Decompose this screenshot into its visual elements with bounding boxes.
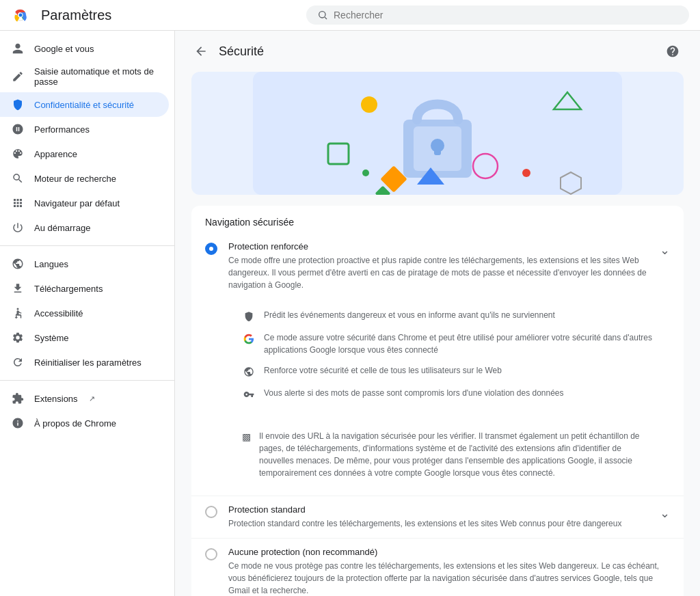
gear-icon xyxy=(11,331,25,344)
sidebar: Google et vous Saisie automatique et mot… xyxy=(0,31,175,596)
sidebar-item-label: Moteur de recherche xyxy=(34,174,116,184)
chrome-logo-icon xyxy=(11,5,30,25)
back-button[interactable] xyxy=(191,42,211,61)
option-content-aucune-protection: Aucune protection (non recommandé) Ce mo… xyxy=(228,547,670,596)
help-button[interactable] xyxy=(662,40,684,62)
feature-text-3: Vous alerte si des mots de passe sont co… xyxy=(264,387,564,399)
page-title: Sécurité xyxy=(219,44,654,59)
speed-icon xyxy=(11,122,25,136)
feature-item-0: Prédit les événements dangereux et vous … xyxy=(242,305,656,327)
option-desc-aucune-protection: Ce mode ne vous protège pas contre les t… xyxy=(228,560,670,596)
info-icon xyxy=(11,416,25,430)
main-layout: Google et vous Saisie automatique et mot… xyxy=(0,31,700,596)
top-bar: Paramètres xyxy=(0,0,700,31)
sidebar-item-moteur[interactable]: Moteur de recherche xyxy=(0,166,169,191)
svg-point-2 xyxy=(19,14,23,17)
sidebar-item-google-et-vous[interactable]: Google et vous xyxy=(0,36,169,61)
radio-protection-renforcee[interactable] xyxy=(205,243,217,255)
sidebar-item-label: Saisie automatique et mots de passe xyxy=(34,66,158,87)
svg-rect-10 xyxy=(434,146,441,155)
browser-icon xyxy=(11,196,25,210)
svg-point-19 xyxy=(522,169,530,177)
sidebar-item-label: Réinitialiser les paramètres xyxy=(34,357,142,368)
person-icon xyxy=(11,42,25,55)
sidebar-item-label: Au démarrage xyxy=(34,223,90,233)
sidebar-item-telechargements[interactable]: Téléchargements xyxy=(0,276,169,301)
option-title-aucune-protection: Aucune protection (non recommandé) xyxy=(228,547,670,557)
sidebar-item-label: Extensions xyxy=(34,394,78,404)
feature-text-0: Prédit les événements dangereux et vous … xyxy=(264,309,555,321)
search-input[interactable] xyxy=(334,10,678,21)
feature-text-2: Renforce votre sécurité et celle de tous… xyxy=(264,364,502,377)
search-bar xyxy=(306,5,689,25)
privacy-note-inline: ▩ Il envoie des URL à la navigation sécu… xyxy=(205,424,670,487)
sidebar-item-label: Performances xyxy=(34,124,90,135)
sidebar-item-confidentialite[interactable]: Confidentialité et sécurité xyxy=(0,92,169,117)
sidebar-item-apparence[interactable]: Apparence xyxy=(0,141,169,166)
sidebar-item-a-propos[interactable]: À propos de Chrome xyxy=(0,411,169,435)
svg-point-3 xyxy=(319,12,325,18)
sidebar-item-label: À propos de Chrome xyxy=(34,418,116,429)
sidebar-item-label: Téléchargements xyxy=(34,284,103,294)
sidebar-item-label: Langues xyxy=(34,259,68,269)
globe-small-icon xyxy=(242,365,256,379)
sidebar-item-performances[interactable]: Performances xyxy=(0,117,169,141)
sidebar-divider-1 xyxy=(0,245,174,246)
shield-icon xyxy=(11,98,25,111)
svg-point-5 xyxy=(17,308,19,310)
option-content-protection-standard: Protection standard Protection standard … xyxy=(228,504,649,530)
sidebar-item-label: Google et vous xyxy=(34,44,94,54)
sidebar-item-demarrage[interactable]: Au démarrage xyxy=(0,215,169,240)
chevron-down-icon[interactable]: ⌄ xyxy=(660,506,670,521)
feature-item-2: Renforce votre sécurité et celle de tous… xyxy=(242,360,656,383)
sidebar-item-langues[interactable]: Langues xyxy=(0,252,169,276)
app-title: Paramètres xyxy=(41,8,111,23)
sidebar-item-reinitialiser[interactable]: Réinitialiser les paramètres xyxy=(0,350,169,375)
sidebar-item-label: Navigateur par défaut xyxy=(34,198,120,208)
search-icon xyxy=(317,10,328,21)
option-title-protection-renforcee: Protection renforcée xyxy=(228,241,649,252)
sidebar-item-systeme[interactable]: Système xyxy=(0,325,169,350)
svg-point-14 xyxy=(362,170,369,176)
sidebar-divider-2 xyxy=(0,380,174,381)
svg-point-11 xyxy=(361,96,377,113)
external-link-icon: ↗ xyxy=(89,394,95,403)
feature-list: Prédit les événements dangereux et vous … xyxy=(205,302,670,414)
feature-item-1: Ce mode assure votre sécurité dans Chrom… xyxy=(242,327,656,360)
shield-small-icon xyxy=(242,310,256,323)
power-icon xyxy=(11,221,25,234)
option-row-protection-renforcee[interactable]: Protection renforcée Ce mode offre une p… xyxy=(191,233,684,496)
svg-line-4 xyxy=(325,17,327,19)
hero-area xyxy=(191,72,684,195)
palette-icon xyxy=(11,147,25,161)
sidebar-item-label: Confidentialité et sécurité xyxy=(34,100,134,110)
puzzle-icon xyxy=(11,392,25,405)
accessibility-icon xyxy=(11,306,25,320)
safe-browsing-section: Navigation sécurisée Protection renforcé… xyxy=(191,206,684,596)
feature-item-3: Vous alerte si des mots de passe sont co… xyxy=(242,383,656,405)
option-title-protection-standard: Protection standard xyxy=(228,504,649,515)
sidebar-item-accessibilite[interactable]: Accessibilité xyxy=(0,301,169,325)
google-g-icon xyxy=(242,332,256,346)
sidebar-item-extensions[interactable]: Extensions ↗ xyxy=(0,386,169,411)
refresh-icon xyxy=(11,355,25,369)
option-row-protection-standard[interactable]: Protection standard Protection standard … xyxy=(191,496,684,539)
edit-icon xyxy=(11,70,25,83)
option-desc-protection-renforcee: Ce mode offre une protection proactive e… xyxy=(228,254,649,291)
radio-protection-standard[interactable] xyxy=(205,506,217,518)
section-title: Navigation sécurisée xyxy=(191,206,684,233)
download-icon xyxy=(11,282,25,295)
sidebar-item-label: Système xyxy=(34,333,69,343)
sidebar-item-navigateur[interactable]: Navigateur par défaut xyxy=(0,191,169,215)
option-content-protection-renforcee: Protection renforcée Ce mode offre une p… xyxy=(228,241,649,291)
hero-illustration xyxy=(191,72,684,195)
chevron-up-icon[interactable]: ⌄ xyxy=(660,243,670,258)
option-row-aucune-protection[interactable]: Aucune protection (non recommandé) Ce mo… xyxy=(191,539,684,596)
sidebar-item-label: Apparence xyxy=(34,149,77,159)
key-icon xyxy=(242,388,256,401)
privacy-note-text: Il envoie des URL à la navigation sécuri… xyxy=(259,430,656,479)
radio-aucune-protection[interactable] xyxy=(205,548,217,560)
content-header: Sécurité xyxy=(175,31,700,72)
search-nav-icon xyxy=(11,172,25,185)
sidebar-item-saisie[interactable]: Saisie automatique et mots de passe xyxy=(0,61,169,92)
